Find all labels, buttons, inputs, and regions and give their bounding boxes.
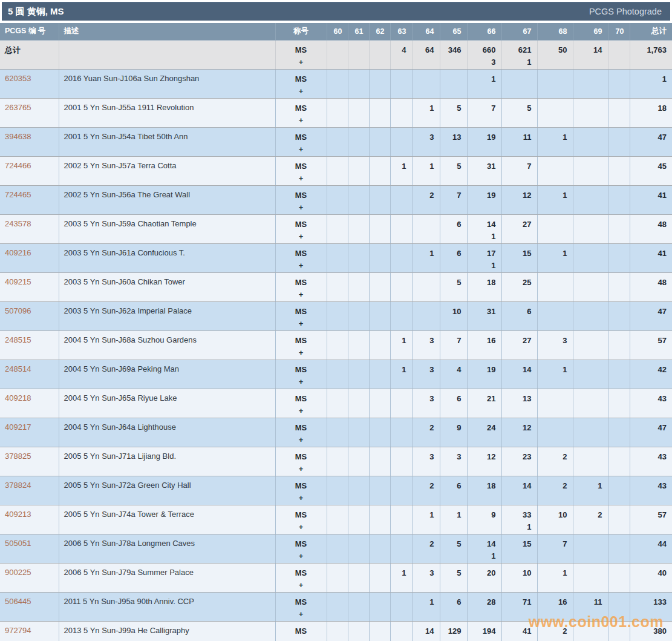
grade-cell-62 <box>369 70 390 99</box>
page-title: 5 圆 黄铜, MS <box>8 6 64 18</box>
grade-cell-69 <box>573 128 608 157</box>
pcgs-number-link[interactable]: 505051 <box>0 534 59 564</box>
grade-value <box>350 73 364 85</box>
grade-value: 3 <box>442 451 462 463</box>
pcgs-number-link[interactable]: 394638 <box>0 128 59 157</box>
grade-cell-67: 15 <box>501 534 537 564</box>
grade-cell-60 <box>327 389 348 418</box>
photograde-link[interactable]: PCGS Photograde <box>589 7 662 16</box>
pcgs-number-link[interactable]: 972794 <box>0 622 59 641</box>
pcgs-number-link[interactable]: 378824 <box>0 476 59 505</box>
grade-cell-66: 21 <box>467 389 501 418</box>
grade-cell-64: 3 <box>412 128 440 157</box>
grade-cell-68: 1 <box>537 360 573 389</box>
pcgs-number-link[interactable]: 900225 <box>0 564 59 593</box>
pcgs-number-link[interactable]: 724466 <box>0 157 59 186</box>
pcgs-number-link[interactable]: 620353 <box>0 70 59 99</box>
grade-cell-62 <box>369 244 390 273</box>
grade-cell-68 <box>537 157 573 186</box>
designation-line2: + <box>276 463 326 475</box>
designation-line2: + <box>276 289 326 301</box>
grade-cell-63 <box>390 186 412 215</box>
description-cell: 2016 Yuan Sun-J106a Sun Zhongshan <box>59 70 275 99</box>
designation-line1: MS <box>276 131 326 143</box>
table-row: 2485152004 5 Yn Sun-J68a Suzhou GardensM… <box>0 331 672 360</box>
grade-value <box>539 219 567 231</box>
pcgs-number-link[interactable]: 248514 <box>0 360 59 389</box>
grade-value <box>328 422 342 434</box>
grade-value: 23 <box>503 451 532 463</box>
pcgs-number-link[interactable]: 409217 <box>0 418 59 447</box>
designation-line1: MS <box>276 480 326 492</box>
grade-cell-67: 15 <box>501 244 537 273</box>
grade-value <box>539 422 567 434</box>
grade-cell-64 <box>412 70 440 99</box>
grade-cell-65: 5 <box>440 273 467 302</box>
population-table: PCGS 编 号描述称号6061626364656667686970总计 总计M… <box>0 23 672 641</box>
grade-value <box>350 625 364 637</box>
grade-cell-70 <box>608 244 630 273</box>
grade-cell-62 <box>369 215 390 244</box>
grade-value: 71 <box>503 596 532 608</box>
col-header-grade-66: 66 <box>467 23 501 41</box>
designation-cell: MS+ <box>275 157 327 186</box>
designation-line1: MS <box>276 306 326 318</box>
grade-cell-63 <box>390 273 412 302</box>
grade-cell-61 <box>348 505 369 534</box>
grade-value <box>350 451 364 463</box>
table-row: 3946382001 5 Yn Sun-J54a Tibet 50th AnnM… <box>0 128 672 157</box>
grade-value <box>392 393 406 405</box>
grade-cell-60 <box>327 70 348 99</box>
grade-value: 3 <box>414 364 434 376</box>
grade-cell-68 <box>537 273 573 302</box>
grade-cell-61 <box>348 534 369 564</box>
grade-cell-62 <box>369 99 390 128</box>
pcgs-number-link[interactable]: 263765 <box>0 99 59 128</box>
grade-cell-63 <box>390 534 412 564</box>
grade-value: 13 <box>503 393 532 405</box>
grade-cell-69: 2 <box>573 505 608 534</box>
pcgs-number-link[interactable]: 506445 <box>0 593 59 622</box>
grade-value <box>392 277 406 289</box>
description-cell: 2004 5 Yn Sun-J69a Peking Man <box>59 360 275 389</box>
grade-value <box>350 567 364 579</box>
grade-value: 1 <box>414 160 434 173</box>
pcgs-number-link[interactable]: 248515 <box>0 331 59 360</box>
grade-cell-64: 14 <box>412 622 440 641</box>
grade-cell-61 <box>348 302 369 331</box>
designation-cell: MS+ <box>275 447 327 476</box>
grade-cell-68: 2 <box>537 447 573 476</box>
grade-cell-61 <box>348 418 369 447</box>
grade-value <box>371 567 385 579</box>
pcgs-number-link[interactable]: 243578 <box>0 215 59 244</box>
grade-cell-65: 10 <box>440 302 467 331</box>
grade-cell-68: 1 <box>537 186 573 215</box>
grade-cell-68 <box>537 215 573 244</box>
grade-plus-value: 3 <box>469 56 496 68</box>
pcgs-number-link[interactable]: 378825 <box>0 447 59 476</box>
description-cell: 2003 5 Yn Sun-J60a Chikan Tower <box>59 273 275 302</box>
pcgs-number-link[interactable]: 409215 <box>0 273 59 302</box>
grade-value <box>610 131 624 143</box>
col-header-grade-69: 69 <box>573 23 608 41</box>
grade-value <box>328 73 342 85</box>
table-row: 4092182004 5 Yn Sun-J65a Riyue LakeMS+ 3… <box>0 389 672 418</box>
pcgs-number-link[interactable]: 409218 <box>0 389 59 418</box>
grade-value <box>392 131 406 143</box>
pcgs-number-link[interactable]: 507096 <box>0 302 59 331</box>
pcgs-number-link[interactable]: 409216 <box>0 244 59 273</box>
pcgs-number-link[interactable]: 409213 <box>0 505 59 534</box>
grade-value <box>328 44 342 56</box>
grade-value: 3 <box>539 335 567 347</box>
grade-cell-66: 18 <box>467 476 501 505</box>
totals-grand-total: 1,763 <box>630 41 672 70</box>
pcgs-number-link[interactable]: 724465 <box>0 186 59 215</box>
grade-value: 2 <box>539 480 567 492</box>
grade-value <box>328 160 342 173</box>
grade-value: 1 <box>442 509 462 521</box>
grade-cell-69 <box>573 244 608 273</box>
grade-value: 5 <box>442 277 462 289</box>
grade-value <box>371 44 385 56</box>
grade-value <box>328 625 342 637</box>
grade-cell-67: 27 <box>501 215 537 244</box>
